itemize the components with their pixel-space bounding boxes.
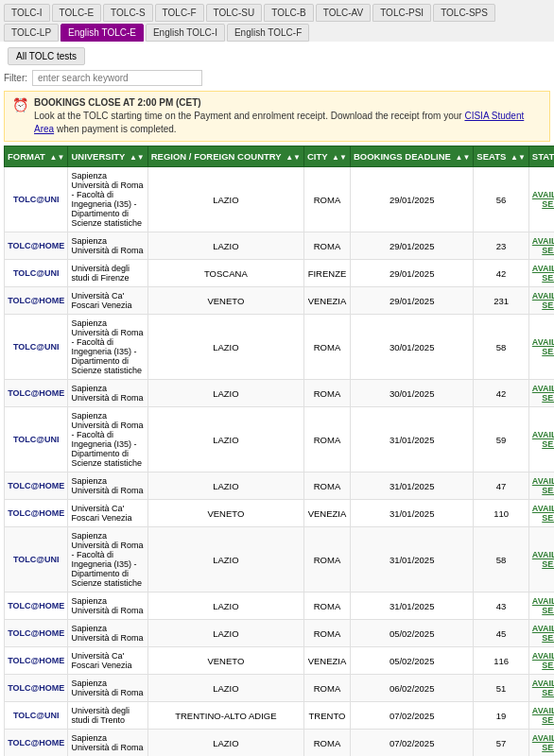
cell-state[interactable]: AVAILABLE SEATS (528, 675, 554, 702)
cell-format: TOLC@HOME (5, 730, 68, 757)
cell-state[interactable]: AVAILABLE SEATS (528, 702, 554, 730)
table-body: TOLC@UNISapienza Università di Roma - Fa… (5, 167, 555, 757)
cell-university: Sapienza Università di Roma (68, 730, 147, 757)
tab-tolc-sps[interactable]: TOLC-SPS (433, 4, 495, 22)
cell-state[interactable]: AVAILABLE SEATS (528, 593, 554, 620)
cell-university: Sapienza Università di Roma - Facoltà di… (68, 167, 147, 232)
clock-icon: ⏰ (12, 97, 28, 112)
col-university[interactable]: UNIVERSITY ▲▼ (68, 146, 147, 167)
cell-state[interactable]: AVAILABLE SEATS (528, 167, 554, 232)
cell-format: TOLC@UNI (5, 702, 68, 730)
cell-seats: 56 (474, 167, 528, 232)
cell-city: ROMA (304, 407, 351, 472)
cell-deadline: 30/01/2025 (350, 315, 473, 380)
cell-state[interactable]: AVAILABLE SEATS (528, 730, 554, 757)
table-row: TOLC@UNIUniversità degli studi di Firenz… (5, 260, 555, 287)
table-row: TOLC@HOMESapienza Università di RomaLAZI… (5, 675, 555, 702)
cell-region: TRENTINO-ALTO ADIGE (147, 702, 303, 730)
tab-tolc-av[interactable]: TOLC-AV (316, 4, 371, 22)
table-header: FORMAT ▲▼ UNIVERSITY ▲▼ REGION / FOREIGN… (5, 146, 555, 167)
cell-seats: 116 (474, 647, 528, 675)
all-tolc-tests-tab[interactable]: All TOLC tests (8, 47, 85, 65)
table-row: TOLC@UNISapienza Università di Roma - Fa… (5, 407, 555, 472)
cell-format: TOLC@UNI (5, 167, 68, 232)
cell-city: VENEZIA (304, 500, 351, 527)
tab-english-tolc-e[interactable]: English TOLC-E (61, 24, 144, 42)
cell-format: TOLC@HOME (5, 593, 68, 620)
tab-english-tolc-i[interactable]: English TOLC-I (146, 24, 225, 42)
col-format[interactable]: FORMAT ▲▼ (5, 146, 68, 167)
cell-city: VENEZIA (304, 647, 351, 675)
tab-tolc-su[interactable]: TOLC-SU (206, 4, 263, 22)
filter-label: Filter: (4, 73, 27, 83)
tab-bar: TOLC-ITOLC-ETOLC-STOLC-FTOLC-SUTOLC-BTOL… (0, 0, 554, 42)
cell-region: TOSCANA (147, 260, 303, 287)
notice-description: Look at the TOLC starting time on the Pa… (34, 111, 464, 121)
cell-state[interactable]: AVAILABLE SEATS (528, 472, 554, 500)
col-deadline[interactable]: BOOKINGS DEADLINE ▲▼ (350, 146, 473, 167)
tab-tolc-psi[interactable]: TOLC-PSI (372, 4, 431, 22)
cell-seats: 23 (474, 232, 528, 260)
cell-seats: 57 (474, 730, 528, 757)
search-input[interactable] (32, 70, 202, 86)
deadline-sort-icon: ▲▼ (456, 153, 471, 162)
cell-state[interactable]: AVAILABLE SEATS (528, 380, 554, 407)
cell-state[interactable]: AVAILABLE SEATS (528, 315, 554, 380)
cell-deadline: 06/02/2025 (350, 675, 473, 702)
col-seats[interactable]: SEATS ▲▼ (474, 146, 528, 167)
cell-state[interactable]: AVAILABLE SEATS (528, 647, 554, 675)
cell-seats: 42 (474, 380, 528, 407)
city-sort-icon: ▲▼ (332, 153, 347, 162)
filter-bar: Filter: (0, 65, 554, 91)
cell-seats: 51 (474, 675, 528, 702)
cell-city: ROMA (304, 675, 351, 702)
cell-format: TOLC@HOME (5, 232, 68, 260)
tab-tolc-f[interactable]: TOLC-F (155, 4, 204, 22)
cell-state[interactable]: AVAILABLE SEATS (528, 407, 554, 472)
tab-tolc-b[interactable]: TOLC-B (264, 4, 314, 22)
table-row: TOLC@HOMESapienza Università di RomaLAZI… (5, 232, 555, 260)
cell-format: TOLC@HOME (5, 620, 68, 647)
col-state[interactable]: STATE ▲▼ (528, 146, 554, 167)
cell-region: LAZIO (147, 593, 303, 620)
cell-seats: 110 (474, 500, 528, 527)
col-city[interactable]: CITY ▲▼ (304, 146, 351, 167)
cell-city: ROMA (304, 527, 351, 593)
cell-university: Università Ca' Foscari Venezia (68, 500, 147, 527)
cell-seats: 42 (474, 260, 528, 287)
tab-tolc-lp[interactable]: TOLC-LP (4, 24, 59, 42)
table-row: TOLC@UNISapienza Università di Roma - Fa… (5, 527, 555, 593)
cell-university: Sapienza Università di Roma - Facoltà di… (68, 407, 147, 472)
table-row: TOLC@HOMEUniversità Ca' Foscari VeneziaV… (5, 500, 555, 527)
cell-state[interactable]: AVAILABLE SEATS (528, 287, 554, 315)
cell-city: VENEZIA (304, 287, 351, 315)
cell-region: LAZIO (147, 380, 303, 407)
cell-state[interactable]: AVAILABLE SEATS (528, 260, 554, 287)
table-row: TOLC@HOMESapienza Università di RomaLAZI… (5, 380, 555, 407)
cell-state[interactable]: AVAILABLE SEATS (528, 232, 554, 260)
col-region[interactable]: REGION / FOREIGN COUNTRY ▲▼ (147, 146, 303, 167)
cell-university: Sapienza Università di Roma (68, 232, 147, 260)
cell-deadline: 31/01/2025 (350, 407, 473, 472)
tab-tolc-i[interactable]: TOLC-I (4, 4, 50, 22)
cell-state[interactable]: AVAILABLE SEATS (528, 500, 554, 527)
notice-bar: ⏰ BOOKINGS CLOSE AT 2:00 PM (CET) Look a… (4, 91, 550, 142)
notice-title: BOOKINGS CLOSE AT 2:00 PM (CET) (34, 97, 201, 108)
cell-seats: 19 (474, 702, 528, 730)
cell-city: ROMA (304, 620, 351, 647)
cell-region: LAZIO (147, 527, 303, 593)
tab-english-tolc-f[interactable]: English TOLC-F (227, 24, 309, 42)
cell-state[interactable]: AVAILABLE SEATS (528, 620, 554, 647)
cell-format: TOLC@HOME (5, 500, 68, 527)
seats-sort-icon: ▲▼ (511, 153, 526, 162)
cell-region: VENETO (147, 647, 303, 675)
cell-deadline: 05/02/2025 (350, 647, 473, 675)
cell-university: Sapienza Università di Roma - Facoltà di… (68, 527, 147, 593)
cell-format: TOLC@HOME (5, 287, 68, 315)
tab-tolc-e[interactable]: TOLC-E (52, 4, 102, 22)
cell-state[interactable]: AVAILABLE SEATS (528, 527, 554, 593)
cell-university: Università Ca' Foscari Venezia (68, 287, 147, 315)
cell-format: TOLC@UNI (5, 527, 68, 593)
cell-city: ROMA (304, 167, 351, 232)
tab-tolc-s[interactable]: TOLC-S (103, 4, 153, 22)
